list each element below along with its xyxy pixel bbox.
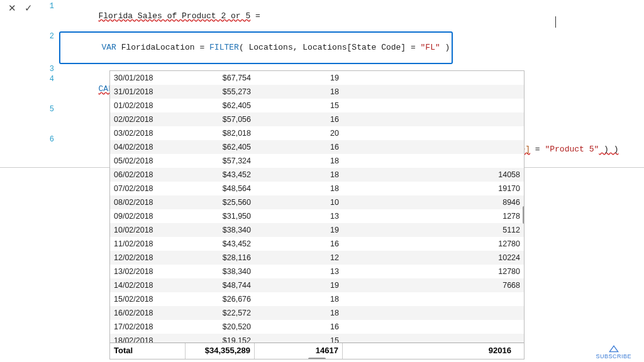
- line-number: 3: [44, 64, 54, 74]
- cell-qty: 19: [255, 223, 343, 237]
- cell-extra: 19170: [343, 182, 524, 195]
- cell-date: 14/02/2018: [110, 278, 186, 292]
- cell-qty: 16: [255, 140, 343, 154]
- resize-handle-horizontal-icon[interactable]: [308, 358, 326, 359]
- cell-qty: 16: [255, 320, 343, 334]
- subscribe-badge[interactable]: SUBSCRIBE: [596, 345, 631, 359]
- table-row[interactable]: 05/02/2018$57,32418: [110, 154, 524, 168]
- cell-extra: [343, 112, 524, 126]
- cell-extra: 7668: [343, 278, 524, 292]
- cell-qty: 18: [255, 154, 343, 168]
- cell-qty: 13: [255, 265, 343, 278]
- line-number: 1: [44, 1, 54, 11]
- cell-sales: $62,405: [186, 140, 255, 154]
- table-row[interactable]: 02/02/2018$57,05616: [110, 112, 524, 126]
- table-row[interactable]: 11/02/2018$43,4521612780: [110, 237, 524, 251]
- cell-extra: [343, 71, 524, 85]
- filter-func: FILTER: [209, 43, 239, 52]
- cell-sales: $43,452: [186, 168, 255, 182]
- cell-date: 17/02/2018: [110, 320, 186, 334]
- cell-date: 10/02/2018: [110, 223, 186, 237]
- cell-sales: $62,405: [186, 99, 255, 112]
- cell-extra: [343, 126, 524, 140]
- cell-qty: 16: [255, 112, 343, 126]
- cell-sales: $38,340: [186, 265, 255, 278]
- subscribe-label: SUBSCRIBE: [596, 353, 631, 359]
- line-number: 6: [44, 134, 54, 145]
- cell-sales: $25,560: [186, 195, 255, 209]
- table-row[interactable]: 08/02/2018$25,560108946: [110, 195, 524, 209]
- cell-sales: $67,754: [186, 71, 255, 85]
- cell-date: 02/02/2018: [110, 112, 186, 126]
- cell-extra: [343, 99, 524, 112]
- cell-date: 08/02/2018: [110, 195, 186, 209]
- total-qty: 14617: [255, 343, 343, 359]
- cell-date: 09/02/2018: [110, 209, 186, 223]
- cell-date: 16/02/2018: [110, 306, 186, 320]
- cell-sales: $22,572: [186, 306, 255, 320]
- cell-sales: $26,676: [186, 292, 255, 306]
- total-sales: $34,355,289: [186, 343, 255, 359]
- table-visual[interactable]: 30/01/2018$67,7541931/01/2018$55,2731801…: [109, 70, 525, 359]
- pin-icon: [609, 345, 619, 353]
- line-number: 4: [44, 74, 54, 84]
- cell-extra: 8946: [343, 195, 524, 209]
- cell-extra: [343, 140, 524, 154]
- table-scroll[interactable]: 30/01/2018$67,7541931/01/2018$55,2731801…: [110, 71, 524, 343]
- cell-sales: $57,324: [186, 154, 255, 168]
- cell-extra: [343, 334, 524, 343]
- table-row[interactable]: 31/01/2018$55,27318: [110, 85, 524, 99]
- data-table: 30/01/2018$67,7541931/01/2018$55,2731801…: [110, 71, 524, 343]
- table-row[interactable]: 16/02/2018$22,57218: [110, 306, 524, 320]
- table-row[interactable]: 09/02/2018$31,950131278: [110, 209, 524, 223]
- table-row[interactable]: 17/02/2018$20,52016: [110, 320, 524, 334]
- cell-date: 12/02/2018: [110, 251, 186, 265]
- commit-icon[interactable]: ✓: [23, 3, 34, 14]
- cell-qty: 15: [255, 99, 343, 112]
- table-row[interactable]: 07/02/2018$48,5641819170: [110, 182, 524, 195]
- table-row[interactable]: 18/02/2018$19,15215: [110, 334, 524, 343]
- cell-date: 07/02/2018: [110, 182, 186, 195]
- cell-sales: $55,273: [186, 85, 255, 99]
- cell-sales: $28,116: [186, 251, 255, 265]
- cell-sales: $20,520: [186, 320, 255, 334]
- cell-date: 15/02/2018: [110, 292, 186, 306]
- table-row[interactable]: 06/02/2018$43,4521814058: [110, 168, 524, 182]
- table-row[interactable]: 30/01/2018$67,75419: [110, 71, 524, 85]
- cell-qty: 18: [255, 182, 343, 195]
- resize-handle-vertical-icon[interactable]: [523, 206, 525, 224]
- cell-qty: 20: [255, 126, 343, 140]
- table-row[interactable]: 01/02/2018$62,40515: [110, 99, 524, 112]
- table-total-row: Total $34,355,289 14617 92016: [110, 343, 524, 359]
- selected-line: VAR FloridaLocation = FILTER( Locations,…: [59, 31, 453, 64]
- table-row[interactable]: 03/02/2018$82,01820: [110, 126, 524, 140]
- table-row[interactable]: 13/02/2018$38,3401312780: [110, 265, 524, 278]
- cell-extra: 14058: [343, 168, 524, 182]
- table-row[interactable]: 04/02/2018$62,40516: [110, 140, 524, 154]
- cell-date: 04/02/2018: [110, 140, 186, 154]
- cell-date: 01/02/2018: [110, 99, 186, 112]
- cell-extra: [343, 306, 524, 320]
- table-row[interactable]: 14/02/2018$48,744197668: [110, 278, 524, 292]
- cell-qty: 18: [255, 292, 343, 306]
- cell-date: 03/02/2018: [110, 126, 186, 140]
- total-extra: 92016: [343, 343, 524, 359]
- table-row[interactable]: 12/02/2018$28,1161210224: [110, 251, 524, 265]
- cell-extra: [343, 85, 524, 99]
- table-row[interactable]: 15/02/2018$26,67618: [110, 292, 524, 306]
- cell-extra: [343, 292, 524, 306]
- cell-qty: 19: [255, 71, 343, 85]
- cell-sales: $48,564: [186, 182, 255, 195]
- cancel-icon[interactable]: ✕: [6, 3, 18, 14]
- cell-sales: $43,452: [186, 237, 255, 251]
- cell-qty: 18: [255, 306, 343, 320]
- cell-qty: 10: [255, 195, 343, 209]
- cell-date: 30/01/2018: [110, 71, 186, 85]
- cell-extra: [343, 320, 524, 334]
- cell-sales: $82,018: [186, 126, 255, 140]
- cell-qty: 13: [255, 209, 343, 223]
- cell-date: 11/02/2018: [110, 237, 186, 251]
- table-row[interactable]: 10/02/2018$38,340195112: [110, 223, 524, 237]
- cell-qty: 16: [255, 237, 343, 251]
- cell-extra: 5112: [343, 223, 524, 237]
